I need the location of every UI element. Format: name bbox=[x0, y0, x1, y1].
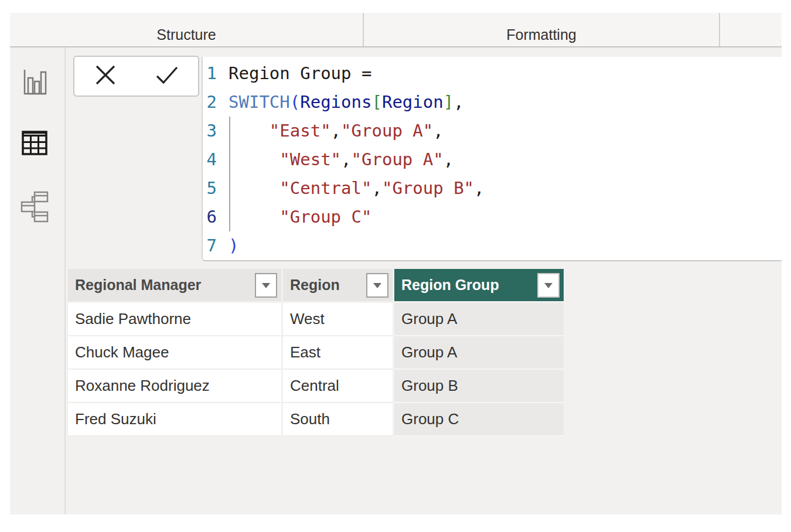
ribbon-group-extra bbox=[720, 13, 782, 46]
table-cell[interactable]: Group C bbox=[394, 403, 564, 436]
code-line: 1Region Group = bbox=[203, 59, 782, 88]
table-cell[interactable]: Fred Suzuki bbox=[68, 403, 281, 436]
sidebar-item-data-view[interactable] bbox=[18, 127, 51, 162]
commit-formula-button[interactable] bbox=[137, 57, 199, 96]
code-line: 4 "West","Group A", bbox=[203, 145, 782, 174]
model-relationships-icon bbox=[20, 191, 49, 225]
dropdown-caret-icon bbox=[262, 283, 270, 288]
code-text: ) bbox=[229, 231, 238, 260]
ribbon-group-structure: Structure bbox=[10, 13, 364, 46]
code-text: "Group C" bbox=[229, 203, 371, 231]
line-number: 6 bbox=[204, 203, 217, 231]
line-number: 7 bbox=[204, 231, 217, 260]
code-text: "East","Group A", bbox=[229, 117, 444, 145]
filter-dropdown-button[interactable] bbox=[255, 273, 277, 298]
dropdown-caret-icon bbox=[373, 283, 381, 288]
dropdown-caret-icon bbox=[544, 283, 553, 288]
check-icon bbox=[155, 66, 179, 87]
ribbon-group-formatting: Formatting bbox=[364, 13, 720, 46]
content-area: 1Region Group =2SWITCH(Regions[Region],3… bbox=[10, 47, 782, 514]
x-icon bbox=[95, 64, 116, 88]
column-label: Region bbox=[290, 277, 340, 294]
formula-commit-cancel-group bbox=[73, 56, 199, 97]
table-cell[interactable]: Chuck Magee bbox=[68, 336, 281, 370]
table-cell[interactable]: Group A bbox=[394, 303, 564, 336]
line-number: 2 bbox=[204, 88, 217, 117]
ribbon-group-label-structure: Structure bbox=[156, 26, 216, 46]
data-table: Regional ManagerRegionRegion GroupSadie … bbox=[68, 269, 564, 436]
column-label: Regional Manager bbox=[75, 277, 201, 294]
ribbon-group-label-formatting: Formatting bbox=[506, 26, 576, 46]
sidebar-item-model-view[interactable] bbox=[18, 190, 51, 226]
column-label: Region Group bbox=[401, 277, 499, 294]
code-lines: 1Region Group =2SWITCH(Regions[Region],3… bbox=[203, 59, 782, 260]
line-number: 5 bbox=[204, 174, 217, 203]
dax-formula-editor[interactable]: 1Region Group =2SWITCH(Regions[Region],3… bbox=[202, 57, 782, 261]
code-line: 7) bbox=[203, 231, 782, 260]
column-header-regional-manager[interactable]: Regional Manager bbox=[68, 269, 281, 303]
column-header-region-group[interactable]: Region Group bbox=[394, 269, 564, 303]
ribbon: Structure Formatting bbox=[10, 13, 782, 47]
table-cell[interactable]: Group B bbox=[394, 370, 564, 403]
line-number: 3 bbox=[204, 117, 217, 145]
line-number: 1 bbox=[204, 59, 217, 88]
cancel-formula-button[interactable] bbox=[74, 57, 137, 96]
table-grid-icon bbox=[22, 131, 47, 158]
code-text: SWITCH(Regions[Region], bbox=[229, 88, 464, 117]
code-text: "West","Group A", bbox=[229, 145, 454, 174]
sidebar-divider bbox=[64, 47, 66, 514]
code-line: 2SWITCH(Regions[Region], bbox=[203, 88, 782, 117]
table-cell[interactable]: Roxanne Rodriguez bbox=[68, 370, 281, 403]
line-number: 4 bbox=[204, 145, 217, 174]
code-line: 3 "East","Group A", bbox=[203, 117, 782, 145]
table-cell[interactable]: West bbox=[283, 303, 393, 336]
table-cell[interactable]: Sadie Pawthorne bbox=[68, 303, 281, 336]
bar-chart-icon bbox=[22, 69, 47, 99]
table-cell[interactable]: East bbox=[283, 336, 393, 370]
column-header-region[interactable]: Region bbox=[283, 269, 393, 303]
table-cell[interactable]: South bbox=[283, 403, 393, 436]
code-text: "Central","Group B", bbox=[229, 174, 485, 203]
code-line: 5 "Central","Group B", bbox=[203, 174, 782, 203]
table-cell[interactable]: Group A bbox=[394, 336, 564, 370]
table-cell[interactable]: Central bbox=[283, 370, 393, 403]
filter-dropdown-button[interactable] bbox=[366, 273, 388, 298]
code-line: 6 "Group C" bbox=[203, 203, 782, 231]
filter-dropdown-button[interactable] bbox=[537, 273, 560, 298]
code-text: Region Group = bbox=[229, 59, 371, 88]
sidebar-item-report-view[interactable] bbox=[18, 66, 51, 101]
